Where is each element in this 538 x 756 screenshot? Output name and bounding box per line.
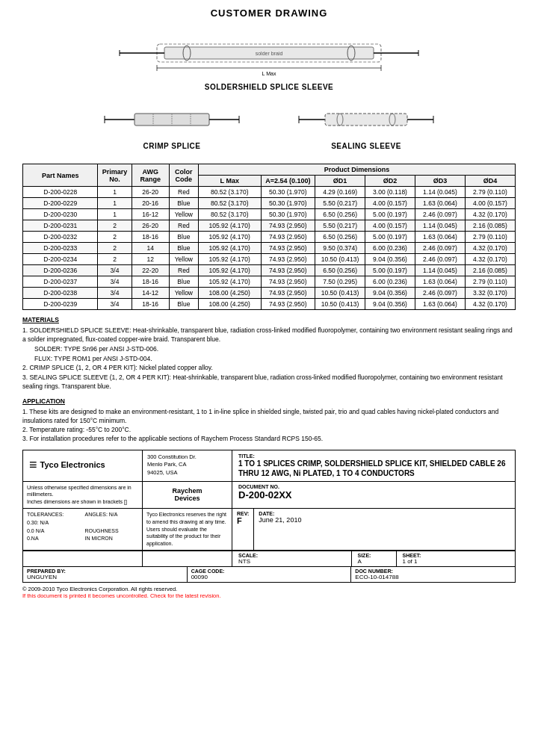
footer-tol-sub: Inches dimensions are shown in brackets … xyxy=(27,498,138,506)
cell-od2: 5.00 (0.197) xyxy=(365,265,415,276)
crimp-splice-diagram-container: CRIMP SPLICE xyxy=(97,97,247,156)
cell-od4: 2.16 (0.085) xyxy=(465,220,515,232)
material-item-4: 3. SEALING SPLICE SLEEVE (1, 2, OR 4 PER… xyxy=(22,374,516,391)
tyco-symbol: ≡ xyxy=(29,457,37,473)
cell-od3: 1.14 (0.045) xyxy=(415,187,466,198)
tol-micron: IN MICRON xyxy=(85,535,139,542)
cell-awg: 14-12 xyxy=(132,288,169,299)
footer-sheet-box: SHEET: 1 of 1 xyxy=(397,551,516,566)
footer-right-col: Tyco Electronics reserves the right to a… xyxy=(143,509,232,550)
cell-lmax: 105.92 (4.170) xyxy=(198,243,261,254)
footer-docno-area: DOCUMENT NO. D-200-02XX xyxy=(232,482,515,508)
sealing-sleeve-svg xyxy=(291,97,441,142)
footer-top-row: ≡ Tyco Electronics 300 Constitution Dr. … xyxy=(23,450,515,482)
cell-od1: 6.50 (0.256) xyxy=(315,232,365,243)
cell-lmax: 80.52 (3.170) xyxy=(198,209,261,220)
cell-od4: 2.79 (0.110) xyxy=(465,276,515,288)
two-diagrams: CRIMP SPLICE SEALING SLEEVE xyxy=(22,97,516,156)
sealing-sleeve-diagram-container: SEALING SLEEVE xyxy=(291,97,441,156)
cell-od3: 2.46 (0.097) xyxy=(415,243,466,254)
cell-od4: 3.32 (0.170) xyxy=(465,288,515,299)
footer-sheet-label: SHEET: xyxy=(403,553,510,558)
cell-od3: 2.46 (0.097) xyxy=(415,288,466,299)
cell-od1: 10.50 (0.413) xyxy=(315,288,365,299)
svg-text:L Max: L Max xyxy=(262,71,276,76)
cell-lmax: 105.92 (4.170) xyxy=(198,265,261,276)
footer-date-box: DATE: June 21, 2010 xyxy=(254,509,515,550)
application-item-2: 3. For installation procedures refer to … xyxy=(22,435,516,444)
cell-primary: 2 xyxy=(98,254,132,265)
footer-address-text: 300 Constitution Dr. Menlo Park, CA 9402… xyxy=(147,453,197,476)
footer-docno-text: D-200-02XX xyxy=(238,489,509,501)
cell-od1: 5.50 (0.217) xyxy=(315,198,365,209)
table-row: D-200-0231226-20Red105.92 (4.170)74.93 (… xyxy=(23,220,516,232)
footer-bot-row: TOLERANCES: ANGLES: N/A 0.30: N/A 0.0 N/… xyxy=(23,509,515,551)
cell-od2: 6.00 (0.236) xyxy=(365,243,415,254)
cell-lmax: 105.92 (4.170) xyxy=(198,276,261,288)
material-item-0: 1. SOLDERSHIELD SPLICE SLEEVE: Heat-shri… xyxy=(22,326,516,344)
cell-a: 74.93 (2.950) xyxy=(261,288,315,299)
footer-prepared-cell: PREPARED BY: UNGUYEN xyxy=(23,566,188,582)
cell-od3: 1.63 (0.064) xyxy=(415,198,466,209)
tol-00: 0.0 N/A xyxy=(27,527,81,535)
cell-part: D-200-0233 xyxy=(23,243,98,254)
cell-lmax: 108.00 (4.250) xyxy=(198,288,261,299)
footer-date-val: June 21, 2010 xyxy=(259,516,510,524)
cell-part: D-200-0229 xyxy=(23,198,98,209)
svg-text:solder braid: solder braid xyxy=(256,51,283,56)
footer-size-box: SIZE: A xyxy=(352,551,397,566)
cell-od3: 1.14 (0.045) xyxy=(415,265,466,276)
footer-doc-label: DOC NUMBER: xyxy=(355,568,511,574)
footer-tol-label: Unless otherwise specified dimensions ar… xyxy=(27,484,138,499)
application-item-1: 2. Temperature rating: -55°C to 200°C. xyxy=(22,426,516,435)
cell-od3: 1.14 (0.045) xyxy=(415,220,466,232)
cell-awg: 22-20 xyxy=(132,265,169,276)
cell-primary: 2 xyxy=(98,232,132,243)
table-row: D-200-02363/422-20Red105.92 (4.170)74.93… xyxy=(23,265,516,276)
footer-docno-label: DOCUMENT NO. xyxy=(238,484,509,489)
application-items: 1. These kits are designed to make an en… xyxy=(22,408,516,444)
footer-prepared-val: UNGUYEN xyxy=(27,574,183,580)
application-section: APPLICATION 1. These kits are designed t… xyxy=(22,397,516,443)
materials-title: MATERIALS xyxy=(22,316,516,325)
cell-awg: 26-20 xyxy=(132,187,169,198)
cell-awg: 26-20 xyxy=(132,220,169,232)
table-row: D-200-02373/418-16Blue105.92 (4.170)74.9… xyxy=(23,276,516,288)
cell-od4: 4.32 (0.170) xyxy=(465,254,515,265)
table-section: Part Names Primary No. AWG Range Color C… xyxy=(22,164,516,310)
cell-awg: 16-12 xyxy=(132,209,169,220)
table-row: D-200-02383/414-12Yellow108.00 (4.250)74… xyxy=(23,288,516,299)
footer-prepared-label: PREPARED BY: xyxy=(27,568,183,574)
cell-part: D-200-0234 xyxy=(23,254,98,265)
cell-od1: 6.50 (0.256) xyxy=(315,209,365,220)
copyright-text: © 2009-2010 Tyco Electronics Corporation… xyxy=(22,586,516,592)
material-item-3: 2. CRIMP SPLICE (1, 2, OR 4 PER KIT): Ni… xyxy=(22,364,516,373)
cell-a: 50.30 (1.970) xyxy=(261,187,315,198)
col-header-a: A=2.54 (0.100) xyxy=(261,176,315,187)
cell-primary: 3/4 xyxy=(98,299,132,310)
cell-od2: 5.00 (0.197) xyxy=(365,232,415,243)
cell-od1: 10.50 (0.413) xyxy=(315,299,365,310)
cell-a: 74.93 (2.950) xyxy=(261,265,315,276)
cell-od3: 2.46 (0.097) xyxy=(415,254,466,265)
footer-rev-area: REV: F DATE: June 21, 2010 xyxy=(232,509,515,550)
cell-color: Blue xyxy=(169,198,198,209)
footer-prepared-row: PREPARED BY: UNGUYEN CAGE CODE: 00090 DO… xyxy=(23,566,515,582)
table-row: D-200-0234212Yellow105.92 (4.170)74.93 (… xyxy=(23,254,516,265)
material-item-2: FLUX: TYPE ROM1 per ANSI J-STD-004. xyxy=(34,355,516,364)
crimp-splice-svg xyxy=(97,97,247,142)
footer-rev-box: REV: F xyxy=(232,509,254,550)
cell-lmax: 105.92 (4.170) xyxy=(198,254,261,265)
tyco-logo: ≡ Tyco Electronics xyxy=(29,457,105,473)
application-item-0: 1. These kits are designed to make an en… xyxy=(22,408,516,426)
tol-roughness: ROUGHNESS xyxy=(85,527,139,535)
soldershield-label: SOLDERSHIELD SPLICE SLEEVE xyxy=(205,83,333,91)
materials-section: MATERIALS 1. SOLDERSHIELD SPLICE SLEEVE:… xyxy=(22,316,516,391)
cell-a: 74.93 (2.950) xyxy=(261,276,315,288)
cell-primary: 3/4 xyxy=(98,276,132,288)
cell-a: 74.93 (2.950) xyxy=(261,243,315,254)
cell-od3: 1.63 (0.064) xyxy=(415,276,466,288)
cell-color: Red xyxy=(169,187,198,198)
cell-part: D-200-0239 xyxy=(23,299,98,310)
footer-block: ≡ Tyco Electronics 300 Constitution Dr. … xyxy=(22,450,516,583)
